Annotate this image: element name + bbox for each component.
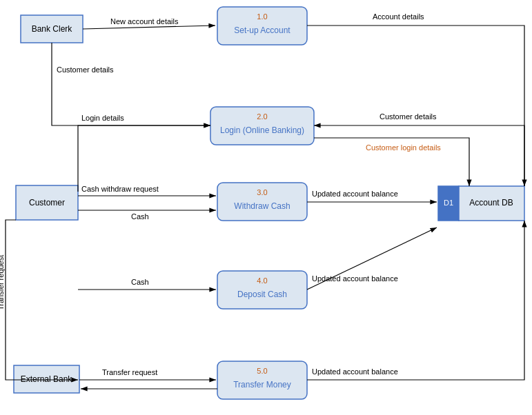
label-transfer-req-customer: Transfer request bbox=[0, 255, 5, 310]
label-customer-details-clerk: Customer details bbox=[57, 65, 114, 74]
process-5-num: 5.0 bbox=[257, 367, 267, 375]
label-cash-withdraw-req: Cash withdraw request bbox=[81, 185, 159, 193]
label-transfer-req-ext: Transfer request bbox=[102, 368, 157, 376]
datastore-account-label: Account DB bbox=[469, 198, 513, 208]
label-updated-balance-deposit: Updated account balance bbox=[312, 274, 398, 283]
customer-label: Customer bbox=[29, 198, 65, 208]
label-cash-to-deposit: Cash bbox=[131, 278, 149, 286]
process-4-label: Deposit Cash bbox=[237, 290, 287, 299]
process-1-num: 1.0 bbox=[257, 12, 267, 21]
bank-clerk-label: Bank Clerk bbox=[32, 24, 73, 34]
label-new-account: New account details bbox=[110, 17, 179, 26]
process-2-num: 2.0 bbox=[257, 112, 267, 121]
arrow-updated-balance-transfer bbox=[307, 221, 524, 380]
arrow-transfer-req-customer bbox=[6, 220, 78, 380]
arrow-login-details bbox=[78, 125, 210, 192]
label-updated-balance-withdraw: Updated account balance bbox=[312, 190, 398, 198]
label-customer-details-db: Customer details bbox=[380, 112, 437, 121]
process-3-num: 3.0 bbox=[257, 188, 267, 196]
label-login-details: Login details bbox=[81, 114, 124, 122]
label-updated-balance-transfer: Updated account balance bbox=[312, 367, 398, 376]
label-customer-login-details: Customer login details bbox=[366, 143, 441, 152]
label-account-details: Account details bbox=[373, 12, 424, 21]
arrow-customer-details-clerk2 bbox=[52, 82, 210, 125]
arrow-customer-details-db bbox=[314, 125, 524, 186]
process-4-num: 4.0 bbox=[257, 276, 267, 285]
process-2-label: Login (Online Banking) bbox=[220, 125, 304, 135]
label-cash-to-withdraw: Cash bbox=[131, 212, 149, 221]
arrow-new-account bbox=[83, 26, 215, 29]
datastore-d1-label: D1 bbox=[444, 199, 453, 207]
arrow-account-details bbox=[307, 26, 524, 186]
external-bank-label: External Bank bbox=[21, 374, 73, 384]
process-5-label: Transfer Money bbox=[233, 380, 291, 389]
process-1-label: Set-up Account bbox=[234, 26, 290, 35]
process-3-label: Withdraw Cash bbox=[234, 201, 290, 211]
